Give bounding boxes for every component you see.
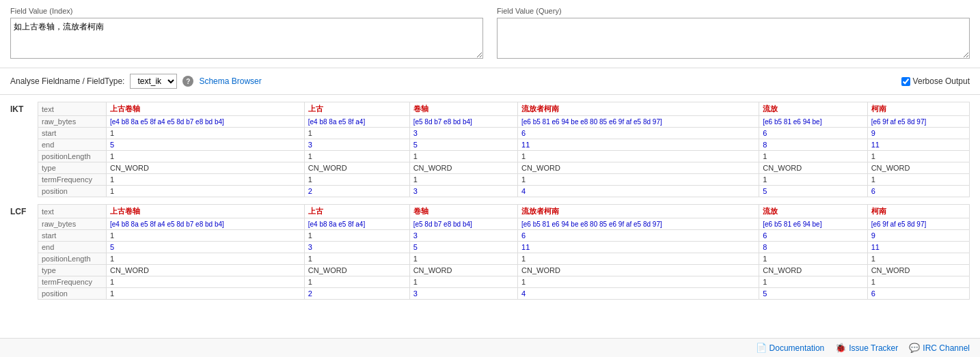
token-cell-start-4: 6 — [759, 230, 867, 242]
field-value-index-panel: Field Value (Index) 如上古卷轴，流放者柯南 — [10, 7, 483, 61]
token-cell-termFrequency-0: 1 — [107, 276, 305, 288]
table-row: positionLength111111 — [38, 253, 970, 265]
token-cell-raw_bytes-1: [e4 b8 8a e5 8f a4] — [304, 116, 409, 128]
query-textarea[interactable] — [497, 18, 970, 59]
token-cell-position-3: 4 — [518, 186, 759, 197]
token-cell-end-2: 5 — [409, 242, 517, 253]
row-label-termFrequency: termFrequency — [38, 276, 107, 288]
token-cell-position-0: 1 — [107, 186, 305, 197]
token-cell-termFrequency-5: 1 — [867, 276, 969, 288]
token-cell-start-0: 1 — [107, 230, 305, 242]
token-cell-start-3: 6 — [518, 230, 759, 242]
index-label: Field Value (Index) — [10, 7, 483, 15]
token-cell-positionLength-1: 1 — [304, 151, 409, 162]
token-cell-type-2: CN_WORD — [409, 265, 517, 276]
row-label-type: type — [38, 265, 107, 276]
row-label-position: position — [38, 186, 107, 197]
token-cell-termFrequency-2: 1 — [409, 276, 517, 288]
verbose-checkbox[interactable] — [901, 77, 910, 86]
token-cell-text-5: 柯南 — [867, 102, 969, 116]
schema-browser-link[interactable]: Schema Browser — [199, 76, 261, 86]
token-table-LCF: text上古卷轴上古卷轴流放者柯南流放柯南raw_bytes[e4 b8 8a … — [38, 204, 970, 300]
verbose-label: Verbose Output — [913, 76, 970, 86]
table-row: position123456 — [38, 288, 970, 300]
table-row: start113669 — [38, 230, 970, 242]
table-row: raw_bytes[e4 b8 8a e5 8f a4 e5 8d b7 e8 … — [38, 116, 970, 128]
token-cell-positionLength-4: 1 — [759, 253, 867, 265]
irc-channel-label: IRC Channel — [923, 343, 970, 353]
token-cell-start-2: 3 — [409, 128, 517, 139]
help-icon[interactable]: ? — [182, 76, 193, 87]
token-cell-text-2: 卷轴 — [409, 205, 517, 218]
analyse-section: Analyse Fieldname / FieldType: text_ik ?… — [0, 68, 980, 95]
token-cell-type-4: CN_WORD — [759, 162, 867, 174]
token-cell-position-1: 2 — [304, 186, 409, 197]
table-row: positionLength111111 — [38, 151, 970, 162]
token-table-IKT: text上古卷轴上古卷轴流放者柯南流放柯南raw_bytes[e4 b8 8a … — [38, 102, 970, 197]
token-cell-termFrequency-4: 1 — [759, 174, 867, 186]
token-cell-position-5: 6 — [867, 186, 969, 197]
token-cell-end-5: 11 — [867, 242, 969, 253]
token-cell-text-1: 上古 — [304, 102, 409, 116]
token-cell-type-0: CN_WORD — [107, 265, 305, 276]
token-cell-text-3: 流放者柯南 — [518, 102, 759, 116]
table-row: text上古卷轴上古卷轴流放者柯南流放柯南 — [38, 205, 970, 218]
index-textarea[interactable]: 如上古卷轴，流放者柯南 — [10, 18, 483, 59]
token-cell-type-4: CN_WORD — [759, 265, 867, 276]
analyse-label: Analyse Fieldname / FieldType: — [10, 76, 124, 86]
analyzer-block-LCF: LCFtext上古卷轴上古卷轴流放者柯南流放柯南raw_bytes[e4 b8 … — [10, 204, 970, 300]
token-cell-termFrequency-4: 1 — [759, 276, 867, 288]
token-cell-type-0: CN_WORD — [107, 162, 305, 174]
token-cell-termFrequency-0: 1 — [107, 174, 305, 186]
row-label-text: text — [38, 102, 107, 116]
token-cell-position-5: 6 — [867, 288, 969, 300]
row-label-end: end — [38, 242, 107, 253]
table-row: raw_bytes[e4 b8 8a e5 8f a4 e5 8d b7 e8 … — [38, 218, 970, 230]
fieldtype-select[interactable]: text_ik — [130, 74, 177, 89]
token-cell-end-5: 11 — [867, 139, 969, 151]
token-cell-termFrequency-1: 1 — [304, 174, 409, 186]
token-cell-positionLength-2: 1 — [409, 151, 517, 162]
token-cell-type-1: CN_WORD — [304, 265, 409, 276]
token-cell-positionLength-3: 1 — [518, 151, 759, 162]
irc-channel-icon: 💬 — [909, 343, 920, 353]
row-label-positionLength: positionLength — [38, 253, 107, 265]
token-cell-positionLength-5: 1 — [867, 151, 969, 162]
token-cell-raw_bytes-4: [e6 b5 81 e6 94 be] — [759, 116, 867, 128]
row-label-start: start — [38, 230, 107, 242]
page-container: Field Value (Index) 如上古卷轴，流放者柯南 Field Va… — [0, 0, 980, 357]
table-row: termFrequency111111 — [38, 276, 970, 288]
row-label-raw_bytes: raw_bytes — [38, 218, 107, 230]
token-cell-end-3: 11 — [518, 242, 759, 253]
token-cell-text-4: 流放 — [759, 205, 867, 218]
documentation-link[interactable]: 📄 Documentation — [756, 343, 825, 353]
token-cell-end-4: 8 — [759, 242, 867, 253]
issue-tracker-link[interactable]: 🐞 Issue Tracker — [835, 343, 898, 353]
analyzer-id-LCF: LCF — [10, 204, 38, 216]
table-row: text上古卷轴上古卷轴流放者柯南流放柯南 — [38, 102, 970, 116]
analyzer-id-IKT: IKT — [10, 102, 38, 114]
token-cell-start-1: 1 — [304, 230, 409, 242]
token-cell-raw_bytes-4: [e6 b5 81 e6 94 be] — [759, 218, 867, 230]
issue-tracker-icon: 🐞 — [835, 343, 846, 353]
issue-tracker-label: Issue Tracker — [849, 343, 898, 353]
token-cell-positionLength-0: 1 — [107, 253, 305, 265]
table-row: typeCN_WORDCN_WORDCN_WORDCN_WORDCN_WORDC… — [38, 162, 970, 174]
token-cell-start-1: 1 — [304, 128, 409, 139]
table-row: start113669 — [38, 128, 970, 139]
row-label-position: position — [38, 288, 107, 300]
token-cell-text-2: 卷轴 — [409, 102, 517, 116]
token-cell-text-0: 上古卷轴 — [107, 102, 305, 116]
token-cell-end-0: 5 — [107, 139, 305, 151]
irc-channel-link[interactable]: 💬 IRC Channel — [909, 343, 970, 353]
row-label-raw_bytes: raw_bytes — [38, 116, 107, 128]
token-cell-type-3: CN_WORD — [518, 265, 759, 276]
field-value-query-panel: Field Value (Query) — [497, 7, 970, 61]
token-cell-termFrequency-5: 1 — [867, 174, 969, 186]
token-cell-end-2: 5 — [409, 139, 517, 151]
token-cell-type-2: CN_WORD — [409, 162, 517, 174]
row-label-positionLength: positionLength — [38, 151, 107, 162]
token-cell-position-1: 2 — [304, 288, 409, 300]
row-label-termFrequency: termFrequency — [38, 174, 107, 186]
token-cell-positionLength-2: 1 — [409, 253, 517, 265]
